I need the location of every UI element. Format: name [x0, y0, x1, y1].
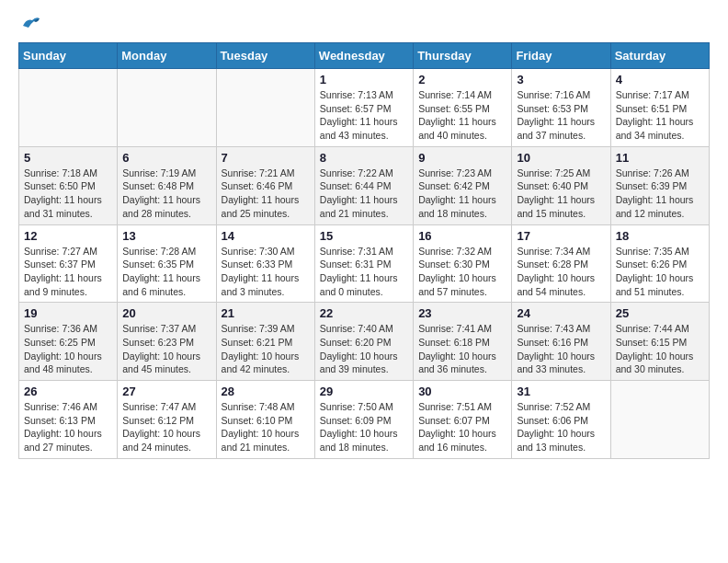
- calendar-day-cell: 30Sunrise: 7:51 AM Sunset: 6:07 PM Dayli…: [414, 381, 512, 459]
- calendar-day-cell: [118, 69, 216, 147]
- day-number: 16: [418, 229, 506, 243]
- day-number: 23: [418, 306, 506, 320]
- day-number: 12: [24, 229, 112, 243]
- calendar-day-cell: 9Sunrise: 7:23 AM Sunset: 6:42 PM Daylig…: [414, 146, 512, 224]
- day-info: Sunrise: 7:44 AM Sunset: 6:15 PM Dayligh…: [616, 322, 704, 376]
- calendar-day-cell: 6Sunrise: 7:19 AM Sunset: 6:48 PM Daylig…: [118, 146, 216, 224]
- calendar-day-cell: 13Sunrise: 7:28 AM Sunset: 6:35 PM Dayli…: [118, 224, 216, 303]
- logo-bird-icon: [21, 15, 41, 33]
- calendar-day-cell: 17Sunrise: 7:34 AM Sunset: 6:28 PM Dayli…: [512, 224, 610, 303]
- calendar-day-cell: 16Sunrise: 7:32 AM Sunset: 6:30 PM Dayli…: [414, 224, 512, 303]
- calendar-day-cell: 25Sunrise: 7:44 AM Sunset: 6:15 PM Dayli…: [610, 303, 709, 381]
- day-number: 30: [418, 385, 506, 398]
- calendar-day-cell: 27Sunrise: 7:47 AM Sunset: 6:12 PM Dayli…: [118, 381, 216, 459]
- day-number: 24: [517, 306, 605, 320]
- logo: [18, 18, 41, 33]
- day-info: Sunrise: 7:25 AM Sunset: 6:40 PM Dayligh…: [517, 167, 605, 221]
- day-number: 5: [24, 151, 112, 165]
- day-number: 29: [320, 385, 408, 398]
- calendar-day-cell: 23Sunrise: 7:41 AM Sunset: 6:18 PM Dayli…: [414, 303, 512, 381]
- calendar-header-wednesday: Wednesday: [314, 43, 413, 69]
- day-info: Sunrise: 7:41 AM Sunset: 6:18 PM Dayligh…: [418, 322, 506, 376]
- day-info: Sunrise: 7:32 AM Sunset: 6:30 PM Dayligh…: [418, 245, 506, 299]
- day-info: Sunrise: 7:23 AM Sunset: 6:42 PM Dayligh…: [418, 167, 506, 221]
- calendar-day-cell: 24Sunrise: 7:43 AM Sunset: 6:16 PM Dayli…: [512, 303, 610, 381]
- calendar-week-row: 26Sunrise: 7:46 AM Sunset: 6:13 PM Dayli…: [19, 381, 710, 459]
- day-number: 7: [222, 151, 310, 165]
- calendar-day-cell: 3Sunrise: 7:16 AM Sunset: 6:53 PM Daylig…: [512, 69, 610, 147]
- calendar-week-row: 12Sunrise: 7:27 AM Sunset: 6:37 PM Dayli…: [19, 224, 710, 303]
- day-info: Sunrise: 7:31 AM Sunset: 6:31 PM Dayligh…: [320, 245, 408, 299]
- calendar-header-sunday: Sunday: [19, 43, 118, 69]
- calendar-day-cell: [610, 381, 709, 459]
- day-number: 21: [222, 306, 310, 320]
- calendar-day-cell: 28Sunrise: 7:48 AM Sunset: 6:10 PM Dayli…: [216, 381, 314, 459]
- day-number: 13: [122, 229, 210, 243]
- day-number: 9: [418, 151, 506, 165]
- day-info: Sunrise: 7:43 AM Sunset: 6:16 PM Dayligh…: [517, 322, 605, 376]
- calendar-day-cell: 20Sunrise: 7:37 AM Sunset: 6:23 PM Dayli…: [118, 303, 216, 381]
- day-number: 20: [122, 306, 210, 320]
- day-info: Sunrise: 7:16 AM Sunset: 6:53 PM Dayligh…: [517, 88, 605, 143]
- calendar-header-monday: Monday: [118, 43, 216, 69]
- calendar-day-cell: 18Sunrise: 7:35 AM Sunset: 6:26 PM Dayli…: [610, 224, 709, 303]
- day-info: Sunrise: 7:37 AM Sunset: 6:23 PM Dayligh…: [122, 322, 210, 376]
- day-number: 18: [616, 229, 704, 243]
- calendar-header-row: SundayMondayTuesdayWednesdayThursdayFrid…: [19, 43, 710, 69]
- day-info: Sunrise: 7:39 AM Sunset: 6:21 PM Dayligh…: [222, 322, 310, 376]
- calendar-day-cell: 11Sunrise: 7:26 AM Sunset: 6:39 PM Dayli…: [610, 146, 709, 224]
- calendar-day-cell: 8Sunrise: 7:22 AM Sunset: 6:44 PM Daylig…: [314, 146, 413, 224]
- calendar-table: SundayMondayTuesdayWednesdayThursdayFrid…: [18, 42, 710, 459]
- calendar-day-cell: 7Sunrise: 7:21 AM Sunset: 6:46 PM Daylig…: [216, 146, 314, 224]
- day-info: Sunrise: 7:51 AM Sunset: 6:07 PM Dayligh…: [418, 400, 506, 454]
- day-info: Sunrise: 7:50 AM Sunset: 6:09 PM Dayligh…: [320, 400, 408, 454]
- calendar-day-cell: 5Sunrise: 7:18 AM Sunset: 6:50 PM Daylig…: [19, 146, 118, 224]
- day-info: Sunrise: 7:28 AM Sunset: 6:35 PM Dayligh…: [122, 245, 210, 299]
- day-number: 3: [517, 73, 605, 86]
- day-number: 11: [616, 151, 704, 165]
- calendar-day-cell: 31Sunrise: 7:52 AM Sunset: 6:06 PM Dayli…: [512, 381, 610, 459]
- calendar-day-cell: 2Sunrise: 7:14 AM Sunset: 6:55 PM Daylig…: [414, 69, 512, 147]
- day-info: Sunrise: 7:26 AM Sunset: 6:39 PM Dayligh…: [616, 167, 704, 221]
- day-number: 22: [320, 306, 408, 320]
- calendar-day-cell: 14Sunrise: 7:30 AM Sunset: 6:33 PM Dayli…: [216, 224, 314, 303]
- day-info: Sunrise: 7:17 AM Sunset: 6:51 PM Dayligh…: [616, 88, 704, 143]
- day-number: 27: [122, 385, 210, 398]
- calendar-day-cell: 4Sunrise: 7:17 AM Sunset: 6:51 PM Daylig…: [610, 69, 709, 147]
- day-info: Sunrise: 7:46 AM Sunset: 6:13 PM Dayligh…: [24, 400, 112, 454]
- day-info: Sunrise: 7:18 AM Sunset: 6:50 PM Dayligh…: [24, 167, 112, 221]
- calendar-header-thursday: Thursday: [414, 43, 512, 69]
- day-info: Sunrise: 7:14 AM Sunset: 6:55 PM Dayligh…: [418, 88, 506, 143]
- calendar-header-tuesday: Tuesday: [216, 43, 314, 69]
- calendar-day-cell: [19, 69, 118, 147]
- day-info: Sunrise: 7:34 AM Sunset: 6:28 PM Dayligh…: [517, 245, 605, 299]
- day-info: Sunrise: 7:30 AM Sunset: 6:33 PM Dayligh…: [222, 245, 310, 299]
- day-number: 28: [222, 385, 310, 398]
- calendar-day-cell: 19Sunrise: 7:36 AM Sunset: 6:25 PM Dayli…: [19, 303, 118, 381]
- calendar-day-cell: 21Sunrise: 7:39 AM Sunset: 6:21 PM Dayli…: [216, 303, 314, 381]
- calendar-day-cell: 29Sunrise: 7:50 AM Sunset: 6:09 PM Dayli…: [314, 381, 413, 459]
- page-header: [18, 18, 710, 33]
- calendar-day-cell: 1Sunrise: 7:13 AM Sunset: 6:57 PM Daylig…: [314, 69, 413, 147]
- calendar-day-cell: 10Sunrise: 7:25 AM Sunset: 6:40 PM Dayli…: [512, 146, 610, 224]
- day-number: 31: [517, 385, 605, 398]
- day-number: 15: [320, 229, 408, 243]
- day-number: 14: [222, 229, 310, 243]
- day-info: Sunrise: 7:27 AM Sunset: 6:37 PM Dayligh…: [24, 245, 112, 299]
- day-number: 17: [517, 229, 605, 243]
- day-number: 1: [320, 73, 408, 86]
- day-info: Sunrise: 7:35 AM Sunset: 6:26 PM Dayligh…: [616, 245, 704, 299]
- day-info: Sunrise: 7:47 AM Sunset: 6:12 PM Dayligh…: [122, 400, 210, 454]
- calendar-day-cell: [216, 69, 314, 147]
- day-number: 2: [418, 73, 506, 86]
- day-info: Sunrise: 7:48 AM Sunset: 6:10 PM Dayligh…: [222, 400, 310, 454]
- calendar-day-cell: 22Sunrise: 7:40 AM Sunset: 6:20 PM Dayli…: [314, 303, 413, 381]
- calendar-header-saturday: Saturday: [610, 43, 709, 69]
- day-number: 6: [122, 151, 210, 165]
- calendar-week-row: 19Sunrise: 7:36 AM Sunset: 6:25 PM Dayli…: [19, 303, 710, 381]
- day-info: Sunrise: 7:13 AM Sunset: 6:57 PM Dayligh…: [320, 88, 408, 143]
- day-number: 26: [24, 385, 112, 398]
- day-number: 8: [320, 151, 408, 165]
- day-info: Sunrise: 7:19 AM Sunset: 6:48 PM Dayligh…: [122, 167, 210, 221]
- calendar-day-cell: 26Sunrise: 7:46 AM Sunset: 6:13 PM Dayli…: [19, 381, 118, 459]
